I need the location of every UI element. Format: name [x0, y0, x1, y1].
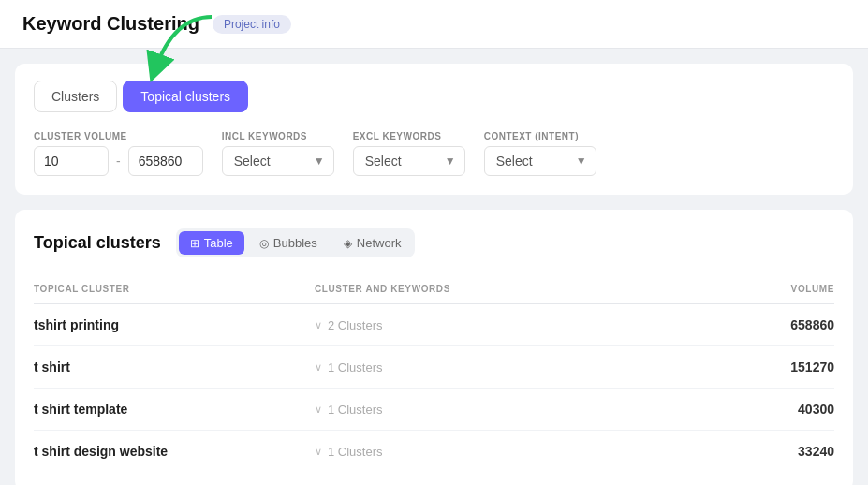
- cluster-info: ∨ 1 Clusters: [315, 445, 741, 459]
- volume-cell: 33240: [741, 431, 834, 473]
- cluster-volume-filter: CLUSTER VOLUME -: [34, 131, 203, 176]
- cluster-info: ∨ 1 Clusters: [315, 403, 741, 417]
- table-icon: ⊞: [190, 237, 199, 250]
- col-header-cluster-keywords: CLUSTER AND KEYWORDS: [315, 276, 741, 304]
- cluster-info: ∨ 1 Clusters: [315, 360, 741, 375]
- excl-keywords-filter: EXCL KEYWORDS Select ▼: [353, 131, 465, 176]
- context-intent-select[interactable]: Select: [484, 146, 596, 176]
- section-title: Topical clusters: [34, 233, 161, 253]
- view-tab-table-label: Table: [204, 236, 233, 250]
- topical-cluster-name: t shirt template: [34, 402, 127, 417]
- volume-cell: 658860: [741, 304, 834, 346]
- topical-cluster-name: t shirt design website: [34, 444, 168, 459]
- excl-keywords-label: EXCL KEYWORDS: [353, 131, 465, 141]
- view-tab-network-label: Network: [357, 236, 402, 250]
- tab-clusters[interactable]: Clusters: [34, 81, 117, 112]
- excl-keywords-select[interactable]: Select: [353, 146, 465, 176]
- page-wrapper: Keyword Clustering Project info Clusters…: [0, 0, 868, 485]
- cluster-count: 1 Clusters: [328, 360, 383, 375]
- view-tabs: ⊞ Table ◎ Bubbles ◈ Network: [176, 228, 416, 257]
- cluster-volume-label: CLUSTER VOLUME: [34, 131, 203, 141]
- incl-keywords-select[interactable]: Select: [222, 146, 334, 176]
- project-info-badge[interactable]: Project info: [213, 15, 291, 34]
- volume-cell: 40300: [741, 389, 834, 431]
- header: Keyword Clustering Project info: [0, 0, 868, 49]
- context-intent-filter: CONTEXT (INTENT) Select ▼: [484, 131, 596, 176]
- table-header-row: TOPICAL CLUSTER CLUSTER AND KEYWORDS VOL…: [34, 276, 834, 304]
- table-row: t shirt ∨ 1 Clusters 151270: [34, 346, 834, 389]
- excl-keywords-select-wrapper: Select ▼: [353, 146, 465, 176]
- view-tab-bubbles-label: Bubbles: [273, 236, 317, 250]
- page-title: Keyword Clustering: [22, 13, 199, 35]
- cluster-volume-max-input[interactable]: [128, 146, 203, 176]
- cluster-count: 1 Clusters: [328, 445, 383, 459]
- main-section: Topical clusters ⊞ Table ◎ Bubbles ◈ Net…: [15, 210, 853, 485]
- table-row: t shirt design website ∨ 1 Clusters 3324…: [34, 431, 834, 473]
- topical-cluster-name: t shirt: [34, 360, 70, 375]
- chevron-down-icon: ∨: [315, 446, 322, 458]
- cluster-count: 2 Clusters: [328, 318, 383, 332]
- view-tab-network[interactable]: ◈ Network: [332, 231, 413, 255]
- network-icon: ◈: [344, 237, 352, 250]
- view-tab-table[interactable]: ⊞ Table: [179, 231, 244, 255]
- topical-cluster-name: tshirt printing: [34, 317, 119, 332]
- incl-keywords-select-wrapper: Select ▼: [222, 146, 334, 176]
- cluster-volume-min-input[interactable]: [34, 146, 109, 176]
- col-header-topical-cluster: TOPICAL CLUSTER: [34, 276, 315, 304]
- chevron-down-icon: ∨: [315, 361, 322, 374]
- volume-cell: 151270: [741, 346, 834, 389]
- col-header-volume: VOLUME: [741, 276, 834, 304]
- context-intent-label: CONTEXT (INTENT): [484, 131, 596, 141]
- range-separator: -: [116, 154, 121, 169]
- context-intent-select-wrapper: Select ▼: [484, 146, 596, 176]
- incl-keywords-label: INCL KEYWORDS: [222, 131, 334, 141]
- view-tab-bubbles[interactable]: ◎ Bubbles: [248, 231, 329, 255]
- chevron-down-icon: ∨: [315, 319, 322, 331]
- cluster-count: 1 Clusters: [328, 403, 383, 417]
- table-row: tshirt printing ∨ 2 Clusters 658860: [34, 304, 834, 346]
- filters-section: Clusters Topical clusters CLUSTER VOLUME…: [15, 64, 853, 195]
- incl-keywords-filter: INCL KEYWORDS Select ▼: [222, 131, 334, 176]
- main-tabs: Clusters Topical clusters: [34, 81, 834, 112]
- cluster-volume-range: -: [34, 146, 203, 176]
- table-body: tshirt printing ∨ 2 Clusters 658860 t sh…: [34, 304, 834, 473]
- data-table: TOPICAL CLUSTER CLUSTER AND KEYWORDS VOL…: [34, 276, 834, 472]
- bubbles-icon: ◎: [259, 237, 269, 250]
- chevron-down-icon: ∨: [315, 404, 322, 416]
- filters-row: CLUSTER VOLUME - INCL KEYWORDS Select ▼: [34, 131, 834, 176]
- cluster-info: ∨ 2 Clusters: [315, 318, 741, 332]
- section-header: Topical clusters ⊞ Table ◎ Bubbles ◈ Net…: [34, 228, 834, 257]
- table-row: t shirt template ∨ 1 Clusters 40300: [34, 389, 834, 431]
- table-header: TOPICAL CLUSTER CLUSTER AND KEYWORDS VOL…: [34, 276, 834, 304]
- tab-topical-clusters[interactable]: Topical clusters: [123, 81, 248, 112]
